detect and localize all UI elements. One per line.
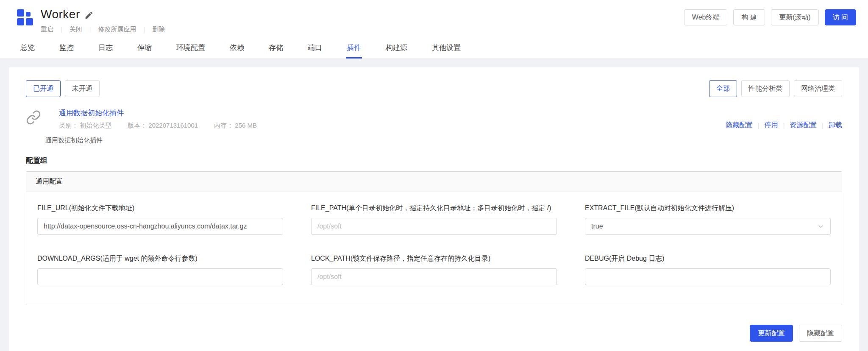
edit-pencil-icon[interactable]	[84, 11, 94, 20]
header-left: Worker 重启 ｜ 关闭 ｜ 修改所属应用 ｜ 删除	[17, 8, 165, 33]
build-button[interactable]: 构 建	[733, 9, 765, 25]
hide-config-button[interactable]: 隐藏配置	[799, 325, 842, 342]
category-filter-group: 全部 性能分析类 网络治理类	[709, 80, 842, 97]
logo-square	[26, 18, 33, 25]
form-field: FILE_URL(初始化文件下载地址)	[37, 204, 283, 235]
tab-overview[interactable]: 总览	[19, 38, 36, 58]
form-field: LOCK_PATH(锁文件保存路径，指定任意存在的持久化目录)	[311, 254, 557, 285]
tab-bar: 总览 监控 日志 伸缩 环境配置 依赖 存储 端口 插件 构建源 其他设置	[0, 38, 868, 59]
tab-logs[interactable]: 日志	[97, 38, 114, 58]
disable-link[interactable]: 停用	[765, 121, 778, 130]
file-path-input[interactable]	[311, 218, 557, 235]
hide-config-link[interactable]: 隐藏配置	[726, 121, 753, 130]
logo-square-small	[26, 12, 31, 17]
file-url-input[interactable]	[37, 218, 283, 235]
uninstall-link[interactable]: 卸载	[829, 121, 842, 130]
debug-label: DEBUG(开启 Debug 日志)	[585, 254, 831, 263]
filter-enabled-button[interactable]: 已开通	[26, 80, 61, 97]
divider: ｜	[87, 26, 93, 33]
debug-input[interactable]	[585, 268, 831, 285]
title-block: Worker 重启 ｜ 关闭 ｜ 修改所属应用 ｜ 删除	[41, 8, 165, 33]
plugin-name-link[interactable]: 通用数据初始化插件	[59, 108, 257, 118]
status-filter-group: 已开通 未开通	[26, 80, 100, 97]
divider: ｜	[141, 26, 147, 33]
filter-network-button[interactable]: 网络治理类	[794, 80, 842, 97]
download-args-input[interactable]	[37, 268, 283, 285]
plugin-description: 通用数据初始化插件	[45, 136, 842, 145]
tab-plugins[interactable]: 插件	[346, 38, 362, 58]
rolling-update-button[interactable]: 更新(滚动)	[771, 9, 819, 25]
extract-file-selected-value: true	[591, 223, 603, 230]
plugin-version: 版本： 20220713161001	[128, 122, 198, 130]
plugin-info: 通用数据初始化插件 类别： 初始化类型 版本： 20220713161001 内…	[59, 108, 257, 130]
tab-env-config[interactable]: 环境配置	[175, 38, 206, 58]
filter-all-button[interactable]: 全部	[709, 80, 737, 97]
form-field: EXTRACT_FILE(默认自动对初始化文件进行解压) true	[585, 204, 831, 235]
divider: |	[758, 122, 760, 129]
config-form: FILE_URL(初始化文件下载地址) FILE_PATH(单个目录初始化时，指…	[26, 192, 842, 305]
tab-ports[interactable]: 端口	[307, 38, 323, 58]
config-panel-title: 通用配置	[26, 172, 842, 192]
quick-actions: 重启 ｜ 关闭 ｜ 修改所属应用 ｜ 删除	[41, 25, 165, 33]
tab-other-settings[interactable]: 其他设置	[431, 38, 462, 58]
file-path-label: FILE_PATH(单个目录初始化时，指定持久化目录地址；多目录初始化时，指定 …	[311, 204, 557, 213]
config-panel: 通用配置 FILE_URL(初始化文件下载地址) FILE_PATH(单个目录初…	[26, 171, 842, 305]
tab-scaling[interactable]: 伸缩	[136, 38, 153, 58]
link-icon	[26, 110, 41, 125]
app-header: Worker 重启 ｜ 关闭 ｜ 修改所属应用 ｜ 删除 Web终端 构 建 更…	[0, 0, 868, 38]
page-title: Worker	[41, 8, 80, 21]
config-group-title: 配置组	[26, 156, 842, 165]
move-app-link[interactable]: 修改所属应用	[98, 25, 136, 33]
download-args-label: DOWNLOAD_ARGS(适用于 wget 的额外命令行参数)	[37, 254, 283, 263]
tab-storage[interactable]: 存储	[268, 38, 284, 58]
form-field: DOWNLOAD_ARGS(适用于 wget 的额外命令行参数)	[37, 254, 283, 285]
filter-not-enabled-button[interactable]: 未开通	[65, 80, 100, 97]
plugin-list-item: 通用数据初始化插件 类别： 初始化类型 版本： 20220713161001 内…	[26, 108, 842, 145]
chevron-down-icon	[817, 223, 824, 230]
divider: |	[783, 122, 785, 129]
tab-dependencies[interactable]: 依赖	[229, 38, 245, 58]
close-link[interactable]: 关闭	[70, 25, 82, 33]
logo-square	[17, 18, 24, 25]
app-logo-icon	[17, 9, 33, 33]
plugins-panel: 已开通 未开通 全部 性能分析类 网络治理类 通用数据初始化插件 类别： 初始化…	[9, 67, 859, 351]
restart-link[interactable]: 重启	[41, 25, 53, 33]
plugin-top: 通用数据初始化插件 类别： 初始化类型 版本： 20220713161001 内…	[26, 108, 842, 130]
delete-link[interactable]: 删除	[152, 25, 165, 33]
tab-build-source[interactable]: 构建源	[385, 38, 408, 58]
divider: |	[822, 122, 823, 129]
plugin-memory: 内存： 256 MB	[214, 122, 257, 130]
extract-file-select[interactable]: true	[585, 218, 831, 235]
web-terminal-button[interactable]: Web终端	[684, 9, 728, 25]
plugin-actions: 隐藏配置 | 停用 | 资源配置 | 卸载	[726, 121, 842, 130]
form-field: FILE_PATH(单个目录初始化时，指定持久化目录地址；多目录初始化时，指定 …	[311, 204, 557, 235]
extract-file-label: EXTRACT_FILE(默认自动对初始化文件进行解压)	[585, 204, 831, 213]
logo-square	[17, 9, 24, 17]
footer-actions: 更新配置 隐藏配置	[26, 325, 842, 342]
filter-row: 已开通 未开通 全部 性能分析类 网络治理类	[26, 80, 842, 97]
lock-path-label: LOCK_PATH(锁文件保存路径，指定任意存在的持久化目录)	[311, 254, 557, 263]
header-buttons: Web终端 构 建 更新(滚动) 访 问	[684, 9, 856, 25]
plugin-meta: 类别： 初始化类型 版本： 20220713161001 内存： 256 MB	[59, 122, 257, 130]
divider: ｜	[58, 26, 64, 33]
title-row: Worker	[41, 8, 165, 21]
resource-config-link[interactable]: 资源配置	[790, 121, 817, 130]
tab-monitor[interactable]: 监控	[58, 38, 75, 58]
plugin-category: 类别： 初始化类型	[59, 122, 111, 130]
update-config-button[interactable]: 更新配置	[750, 325, 793, 342]
lock-path-input[interactable]	[311, 268, 557, 285]
form-field: DEBUG(开启 Debug 日志)	[585, 254, 831, 285]
file-url-label: FILE_URL(初始化文件下载地址)	[37, 204, 283, 213]
visit-button[interactable]: 访 问	[825, 9, 856, 25]
filter-performance-button[interactable]: 性能分析类	[741, 80, 790, 97]
